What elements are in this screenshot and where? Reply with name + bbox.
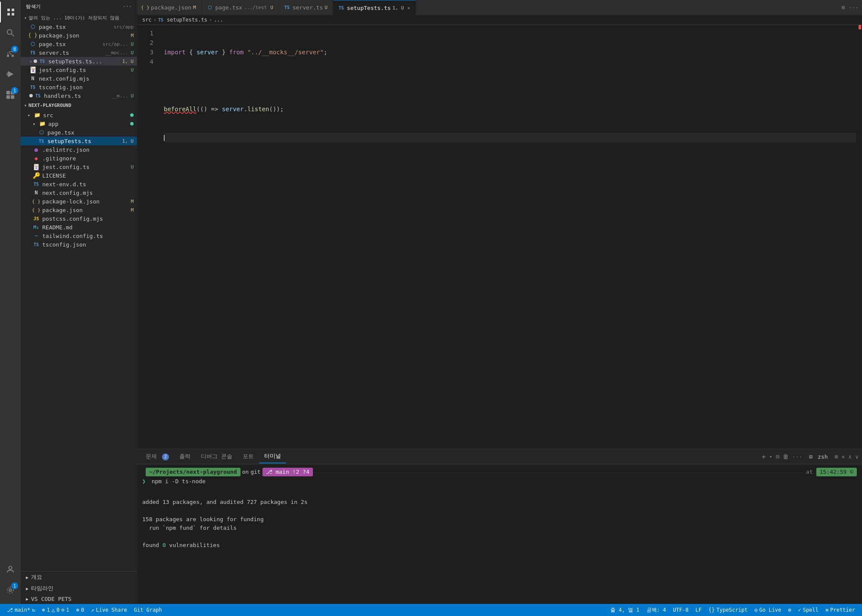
open-editors-chevron: ▾ xyxy=(24,16,27,20)
git-branch-status[interactable]: ⎇ main* ↻ xyxy=(3,607,38,613)
tree-jest-config[interactable]: 🃏 jest.config.ts U xyxy=(21,163,137,171)
cursor-position-label: 줄 4, 열 1 xyxy=(610,607,639,614)
git-graph-status[interactable]: Git Graph xyxy=(131,607,166,613)
code-content[interactable]: import { server } from "../__mocks__/ser… xyxy=(159,25,856,449)
panel-tab-ports[interactable]: 포트 xyxy=(237,450,259,463)
svg-marker-12 xyxy=(8,71,14,78)
open-file-page-tsx-test[interactable]: ⬡ page.tsx src/ap... U xyxy=(21,40,137,48)
tsconfig-icon: TS xyxy=(33,241,40,248)
terminal-prompt: ~/Projects/next-playground on git ⎇ main… xyxy=(142,468,857,476)
prettier-status[interactable]: ≡ Prettier xyxy=(822,607,859,613)
activity-account[interactable] xyxy=(0,559,21,580)
activity-explorer[interactable] xyxy=(0,2,21,22)
panel-tab-debug[interactable]: 디버그 콘솔 xyxy=(196,450,237,463)
project-header[interactable]: ▾ NEXT-PLAYGROUND xyxy=(21,100,137,111)
tree-page-tsx[interactable]: ⬡ page.tsx xyxy=(21,128,137,137)
language-status[interactable]: {} TypeScript xyxy=(705,607,751,613)
close-icon[interactable]: ✕ xyxy=(29,59,32,64)
tree-tailwind[interactable]: ~ tailwind.config.ts xyxy=(21,231,137,240)
open-file-package-json[interactable]: { } package.json M xyxy=(21,31,137,40)
panel-tabs: 문제 2 출력 디버그 콘솔 포트 터미널 xyxy=(137,449,862,464)
tree-setup-tests[interactable]: TS setupTests.ts 1, U xyxy=(21,137,137,145)
close-panel-icon[interactable]: ✕ xyxy=(842,453,845,460)
settings-status[interactable]: ⚙ xyxy=(784,607,794,613)
sidebar-header: 탐색기 ··· xyxy=(21,0,137,13)
vscode-pets-section[interactable]: ▶ VS CODE PETS xyxy=(21,594,137,604)
spell-status[interactable]: ✓ Spell xyxy=(795,607,822,613)
tree-package-lock[interactable]: { } package-lock.json M xyxy=(21,197,137,206)
editor-scrollbar[interactable] xyxy=(856,25,862,449)
handlers-dot xyxy=(29,94,33,97)
eol-status[interactable]: LF xyxy=(692,607,705,613)
tailwind-icon: ~ xyxy=(33,232,40,239)
terminal-content[interactable]: ~/Projects/next-playground on git ⎇ main… xyxy=(137,464,862,604)
activity-run[interactable] xyxy=(0,64,21,84)
tree-package-json[interactable]: { } package.json M xyxy=(21,206,137,214)
breadcrumb-src[interactable]: src xyxy=(142,17,152,23)
tree-next-config[interactable]: N next.config.mjs xyxy=(21,188,137,197)
tab-close-icon[interactable]: ✕ xyxy=(407,5,410,11)
activity-extensions[interactable]: 1 xyxy=(0,84,21,105)
terminal-shell-label: ⊡ zsh xyxy=(806,453,831,460)
panel-tab-terminal[interactable]: 터미널 xyxy=(259,450,286,463)
outline-section[interactable]: ▶ 개요 xyxy=(21,572,137,583)
errors-warnings-status[interactable]: ⊗ 1 △ 0 ⊙ 1 xyxy=(38,607,72,613)
tree-next-env[interactable]: TS next-env.d.ts xyxy=(21,180,137,188)
tree-gitignore[interactable]: ◆ .gitignore xyxy=(21,154,137,163)
live-share-status[interactable]: ↗ Live Share xyxy=(87,607,130,613)
project-chevron: ▾ xyxy=(24,103,27,108)
terminal-dropdown-icon[interactable]: ▾ xyxy=(769,454,772,460)
panel-tab-output[interactable]: 출력 xyxy=(174,450,196,463)
panel-tab-problems[interactable]: 문제 2 xyxy=(141,450,174,463)
tab-server-icon: TS xyxy=(284,5,290,11)
tab-package-json[interactable]: { } package.json M xyxy=(137,0,202,15)
breadcrumb-symbol[interactable]: ... xyxy=(214,17,223,23)
next-icon: N xyxy=(29,75,36,82)
tree-app-folder[interactable]: ▾ 📁 app xyxy=(21,119,137,128)
terminal-more-icon[interactable]: ··· xyxy=(792,453,802,460)
tree-tsconfig[interactable]: TS tsconfig.json xyxy=(21,240,137,249)
settings-badge: 1 xyxy=(11,582,18,589)
tab-setup-icon: TS xyxy=(338,5,344,11)
app-chevron: ▾ xyxy=(33,122,38,126)
panel-scroll-down-icon[interactable]: ∨ xyxy=(855,453,859,460)
go-live-status[interactable]: ◎ Go Live xyxy=(751,607,785,613)
sidebar-menu-icon[interactable]: ··· xyxy=(123,4,132,9)
tree-eslintrc[interactable]: ● .eslintrc.json xyxy=(21,145,137,154)
open-file-page-tsx-app[interactable]: ⬡ page.tsx src/app xyxy=(21,22,137,31)
open-editors-header[interactable]: ▾ 열려 있는 ... 10이(가) 저장되지 않음 xyxy=(21,13,137,22)
indentation-status[interactable]: 공백: 4 xyxy=(643,607,670,614)
open-file-handlers[interactable]: TS handlers.ts __m... U xyxy=(21,91,137,100)
tree-readme[interactable]: M↓ README.md xyxy=(21,223,137,231)
timeline-section[interactable]: ▶ 타임라인 xyxy=(21,583,137,594)
panel-scroll-up-icon[interactable]: ∧ xyxy=(848,453,852,460)
tab-server-ts[interactable]: TS server.ts U xyxy=(279,0,333,15)
tree-license[interactable]: 🔑 LICENSE xyxy=(21,171,137,180)
activity-search[interactable] xyxy=(0,22,21,43)
tree-postcss[interactable]: JS postcss.config.mjs xyxy=(21,214,137,223)
breadcrumb-file[interactable]: setupTests.ts xyxy=(167,17,207,23)
kill-terminal-icon[interactable]: 🗑 xyxy=(783,453,789,460)
tab-setup-tests[interactable]: TS setupTests.ts 1, U ✕ xyxy=(333,0,416,15)
split-terminal-icon[interactable]: ⊟ xyxy=(776,453,779,460)
split-editor-icon[interactable]: ⊞ xyxy=(842,4,845,11)
terminal-command-line: ❯ npm i -D ts-node xyxy=(142,477,857,486)
code-editor[interactable]: 1 2 3 4 import { server } from "../__moc… xyxy=(137,25,862,449)
open-file-next-config[interactable]: N next.config.mjs xyxy=(21,74,137,83)
more-tabs-icon[interactable]: ··· xyxy=(849,4,859,11)
setup-ts-icon: TS xyxy=(38,138,45,144)
encoding-status[interactable]: UTF-8 xyxy=(669,607,692,613)
open-file-tsconfig[interactable]: TS tsconfig.json xyxy=(21,83,137,91)
cursor-position-status[interactable]: 줄 4, 열 1 xyxy=(607,607,643,614)
open-file-setup-tests[interactable]: ✕ TS setupTests.ts... 1, U xyxy=(21,57,137,66)
activity-settings[interactable]: 1 xyxy=(0,580,21,600)
spell-label: Spell xyxy=(803,607,818,613)
tree-src-folder[interactable]: ▾ 📁 src xyxy=(21,111,137,119)
error-count-status[interactable]: ⊗ 0 xyxy=(73,607,87,613)
open-file-jest-config[interactable]: 🃏 jest.config.ts U xyxy=(21,66,137,74)
maximize-panel-icon[interactable]: ⊞ xyxy=(835,453,838,460)
tab-page-tsx[interactable]: ⬡ page.tsx .../test U xyxy=(202,0,279,15)
activity-source-control[interactable]: 8 xyxy=(0,43,21,64)
add-terminal-icon[interactable]: + xyxy=(762,453,766,461)
open-file-server-ts[interactable]: TS server.ts __moc... U xyxy=(21,48,137,57)
